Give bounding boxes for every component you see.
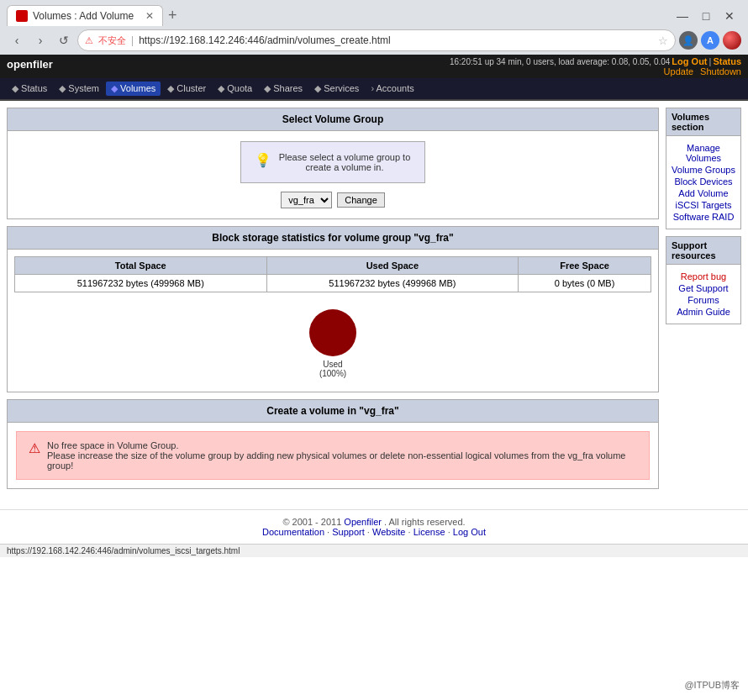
pie-chart-area: Used (100%) (14, 292, 651, 385)
footer-logout-link[interactable]: Log Out (453, 527, 486, 537)
back-button[interactable]: ‹ (7, 30, 27, 50)
forward-button[interactable]: › (30, 30, 50, 50)
change-button[interactable]: Change (337, 192, 385, 208)
sidebar-link-block-devices[interactable]: Block Devices (672, 176, 735, 187)
close-window-button[interactable]: ✕ (718, 7, 741, 25)
sidebar-link-add-volume[interactable]: Add Volume (672, 188, 735, 198)
sidebar-link-manage-volumes[interactable]: Manage Volumes (672, 143, 735, 163)
nav-bullet: ◆ (218, 83, 224, 93)
refresh-button[interactable]: ↺ (54, 30, 74, 50)
warning-box: ⚠ No free space in Volume Group. Please … (16, 431, 650, 480)
update-link[interactable]: Update (664, 66, 693, 76)
maximize-button[interactable]: □ (694, 7, 718, 25)
sidebar-link-software-raid[interactable]: Software RAID (672, 212, 735, 222)
bulb-icon: 💡 (255, 152, 271, 168)
sidebar-support-section: Support resources Report bug Get Support… (666, 236, 741, 324)
sidebar-volumes-section: Volumes section Manage Volumes Volume Gr… (666, 108, 741, 229)
footer-doc-link[interactable]: Documentation (262, 527, 324, 537)
nav-item-shares[interactable]: ◆ Shares (259, 82, 308, 96)
nav-bullet: ◆ (264, 83, 271, 93)
footer-support-link[interactable]: Support (332, 527, 365, 537)
browser-tab[interactable]: Volumes : Add Volume ✕ (7, 5, 163, 26)
nav-bullet: ◆ (167, 83, 174, 93)
pipe-divider: | (709, 56, 712, 66)
create-volume-body: ⚠ No free space in Volume Group. Please … (8, 431, 658, 480)
free-space-header: Free Space (519, 257, 651, 275)
vg-selector: vg_fra Change (281, 192, 385, 208)
logout-link[interactable]: Log Out (672, 56, 707, 66)
nav-bullet: ◆ (314, 83, 321, 93)
block-stats-section: Block storage statistics for volume grou… (7, 226, 659, 392)
create-volume-header: Create a volume in "vg_fra" (8, 400, 658, 423)
nav-item-services[interactable]: ◆ Services (309, 82, 364, 96)
block-stats-header: Block storage statistics for volume grou… (8, 227, 658, 250)
nav-bullet: › (371, 83, 374, 93)
select-volume-group-section: Select Volume Group 💡 Please select a vo… (7, 108, 659, 219)
footer-openfiler-link[interactable]: Openfiler (344, 517, 382, 527)
select-vg-body: 💡 Please select a volume group to create… (8, 131, 658, 218)
sidebar-support-title: Support resources (666, 236, 741, 264)
nav-item-quota[interactable]: ◆ Quota (213, 82, 257, 96)
pie-chart (306, 306, 360, 360)
nav-menu: ◆ Status ◆ System ◆ Volumes ◆ Cluster ◆ … (0, 78, 748, 101)
sidebar-volumes-title: Volumes section (666, 108, 741, 135)
sidebar-link-report-bug[interactable]: Report bug (672, 271, 735, 282)
tab-favicon (16, 10, 28, 22)
nav-item-accounts[interactable]: › Accounts (366, 82, 419, 96)
total-space-value: 511967232 bytes (499968 MB) (15, 275, 267, 292)
close-icon[interactable]: ✕ (145, 10, 154, 22)
warning-text: No free space in Volume Group. Please in… (47, 440, 637, 471)
footer-rights: . All rights reserved. (384, 517, 466, 527)
warning-icon: ⚠ (29, 440, 40, 456)
chrome-account-icon[interactable]: 👤 (679, 31, 698, 50)
svg-point-0 (309, 309, 356, 356)
info-box: 💡 Please select a volume group to create… (240, 141, 425, 183)
stats-table: Total Space Used Space Free Space 511967… (14, 256, 651, 292)
address-bar[interactable]: ⚠ 不安全 | https://192.168.142.246:446/admi… (77, 29, 676, 51)
nav-bullet: ◆ (59, 83, 66, 93)
tab-title: Volumes : Add Volume (33, 10, 134, 22)
nav-item-system[interactable]: ◆ System (54, 82, 104, 96)
sidebar-link-forums[interactable]: Forums (672, 295, 735, 305)
used-space-value: 511967232 bytes (499968 MB) (266, 275, 519, 292)
nav-item-status[interactable]: ◆ Status (7, 82, 52, 96)
vg-select-dropdown[interactable]: vg_fra (281, 192, 332, 208)
separator: | (131, 34, 134, 46)
status-bar: https://192.168.142.246:446/admin/volume… (0, 544, 748, 557)
nav-bullet-active: ◆ (111, 83, 118, 93)
block-stats-body: Total Space Used Space Free Space 511967… (8, 250, 658, 392)
footer-copyright: © 2001 - 2011 (282, 517, 341, 527)
free-space-value: 0 bytes (0 MB) (519, 275, 651, 292)
new-tab-button[interactable]: + (163, 5, 182, 26)
footer-license-link[interactable]: License (414, 527, 445, 537)
info-text: Please select a volume group to create a… (278, 152, 411, 172)
sidebar-support-body: Report bug Get Support Forums Admin Guid… (666, 264, 741, 324)
openfiler-logo: openfiler (7, 56, 53, 72)
footer-website-link[interactable]: Website (372, 527, 406, 537)
pie-label-used: Used (323, 360, 342, 369)
create-volume-section: Create a volume in "vg_fra" ⚠ No free sp… (7, 399, 659, 489)
security-label: 不安全 (98, 34, 126, 47)
watermark: @ITPUB博客 (684, 679, 740, 692)
used-space-header: Used Space (266, 257, 519, 275)
nav-item-volumes[interactable]: ◆ Volumes (106, 82, 161, 96)
nav-item-cluster[interactable]: ◆ Cluster (162, 82, 211, 96)
url-text: https://192.168.142.246:446/admin/volume… (139, 34, 653, 46)
bookmark-icon[interactable]: ☆ (658, 34, 668, 47)
security-warning-icon: ⚠ (85, 35, 93, 46)
shutdown-link[interactable]: Shutdown (700, 66, 741, 76)
nav-bullet: ◆ (12, 83, 18, 93)
sidebar-volumes-body: Manage Volumes Volume Groups Block Devic… (666, 135, 741, 229)
pie-label-pct: (100%) (319, 369, 346, 378)
select-vg-header: Select Volume Group (8, 108, 658, 131)
sidebar-link-get-support[interactable]: Get Support (672, 283, 735, 293)
header-status-text: 16:20:51 up 34 min, 0 users, load averag… (450, 57, 670, 66)
sidebar-link-iscsi-targets[interactable]: iSCSI Targets (672, 200, 735, 210)
sidebar-link-admin-guide[interactable]: Admin Guide (672, 307, 735, 317)
status-link[interactable]: Status (713, 56, 741, 66)
chrome-a-icon[interactable]: A (701, 31, 719, 50)
chrome-menu-icon[interactable] (723, 31, 741, 50)
minimize-button[interactable]: — (671, 7, 694, 25)
sidebar-link-volume-groups[interactable]: Volume Groups (672, 165, 735, 175)
footer: © 2001 - 2011 Openfiler . All rights res… (0, 509, 748, 544)
